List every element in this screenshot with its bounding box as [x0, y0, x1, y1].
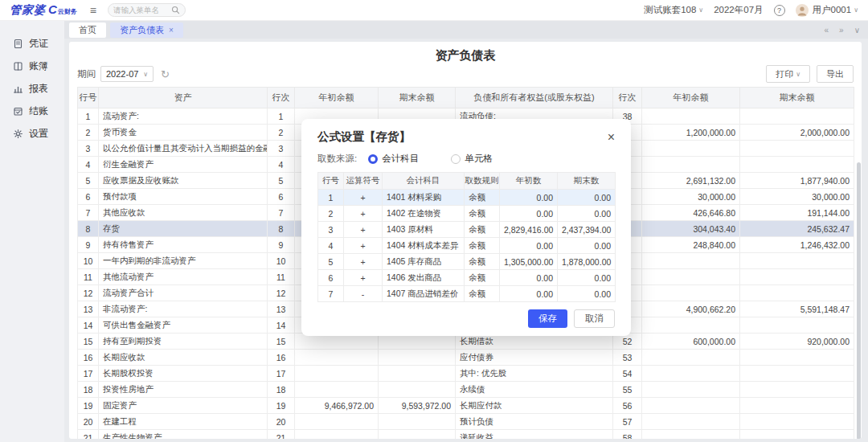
end-amount-cell: 2,437,394.00 — [558, 222, 616, 238]
period-select[interactable]: 2022-07 ∨ — [100, 66, 154, 82]
row-number-cell: 6 — [78, 189, 99, 205]
liability-line-cell: 55 — [613, 382, 642, 398]
tabs-dropdown-icon[interactable]: ∨ — [854, 26, 860, 35]
liability-begin-balance-cell: 30,000.00 — [642, 189, 740, 205]
col-asset-begin-balance: 年初余额 — [295, 88, 379, 108]
tab-balance-sheet[interactable]: 资产负债表 × — [110, 23, 183, 38]
sidebar-item-settings[interactable]: 设置 — [0, 122, 64, 145]
formula-row[interactable]: 4+1404 材料成本差异余额0.000.00 — [318, 238, 616, 254]
liability-end-balance-cell — [740, 317, 854, 334]
voucher-icon — [13, 39, 23, 49]
liability-end-balance-cell — [740, 430, 854, 440]
formula-row[interactable]: 5+1405 库存商品余额1,305,000.001,878,000.00 — [318, 254, 616, 270]
sidebar-item-reports[interactable]: 报表 — [0, 77, 64, 100]
row-number-cell: 3 — [318, 222, 344, 238]
sidebar-item-ledger[interactable]: 账簿 — [0, 55, 64, 77]
liability-name-cell: 应付债券 — [456, 350, 613, 366]
liability-line-cell: 53 — [613, 350, 642, 366]
radio-cell[interactable]: 单元格 — [451, 153, 493, 165]
asset-line-cell: 17 — [268, 366, 295, 382]
asset-line-cell: 7 — [268, 205, 295, 221]
balance-row[interactable]: 17长期股权投资17其中: 优先股54 — [78, 366, 854, 382]
asset-line-cell: 2 — [268, 125, 295, 141]
col-subject: 会计科目 — [383, 173, 465, 190]
balance-row[interactable]: 21生产性生物资产21递延收益58 — [78, 430, 854, 440]
rule-cell: 余额 — [465, 270, 500, 286]
sidebar-item-voucher[interactable]: 凭证 — [0, 32, 64, 55]
asset-begin-balance-cell — [295, 382, 379, 398]
account-set-dropdown[interactable]: 测试账套108 ∨ — [644, 4, 703, 16]
begin-amount-cell: 0.00 — [500, 206, 558, 222]
row-number-cell: 7 — [78, 205, 99, 221]
sidebar-item-label: 结账 — [29, 104, 48, 118]
vertical-scrollbar[interactable] — [857, 162, 861, 439]
balance-row[interactable]: 18投资性房地产18永续债55 — [78, 382, 854, 398]
balance-row[interactable]: 20在建工程20预计负债57 — [78, 414, 854, 430]
formula-row[interactable]: 3+1403 原材料余额2,829,416.002,437,394.00 — [318, 222, 616, 238]
balance-row[interactable]: 19固定资产199,466,972.009,593,972.00长期应付款56 — [78, 398, 854, 414]
row-number-cell: 17 — [78, 366, 99, 382]
sidebar-item-label: 凭证 — [29, 37, 48, 51]
liability-end-balance-cell: 1,877,940.00 — [740, 173, 854, 189]
help-icon[interactable]: ? — [774, 5, 785, 16]
asset-line-cell: 21 — [268, 430, 295, 440]
rule-cell: 余额 — [465, 222, 500, 238]
scroll-tabs-left-icon[interactable]: « — [825, 26, 829, 35]
row-number-cell: 2 — [318, 206, 344, 222]
asset-name-cell: 其他流动资产 — [99, 269, 268, 285]
search-input[interactable] — [113, 6, 171, 14]
asset-name-cell: 投资性房地产 — [99, 382, 268, 398]
asset-line-cell: 20 — [268, 414, 295, 430]
col-liability-end-balance: 期末余额 — [740, 88, 854, 108]
print-button[interactable]: 打印 ∨ — [766, 65, 810, 83]
close-icon[interactable]: × — [608, 131, 615, 144]
hamburger-menu-icon[interactable]: ≡ — [90, 4, 96, 17]
asset-line-cell: 14 — [268, 317, 295, 334]
report-toolbar: 期间 2022-07 ∨ ↻ 打印 ∨ 导出 — [69, 63, 862, 85]
row-number-cell: 5 — [78, 173, 99, 189]
end-amount-cell: 0.00 — [558, 190, 616, 206]
liability-begin-balance-cell — [642, 366, 740, 382]
asset-name-cell: 货币资金 — [99, 125, 268, 141]
row-number-cell: 21 — [78, 430, 99, 440]
user-menu[interactable]: 用户0001 ∨ — [796, 4, 858, 17]
report-chart-icon — [13, 84, 23, 94]
row-number-cell: 9 — [78, 237, 99, 253]
menu-search-box[interactable] — [108, 3, 186, 17]
tab-home[interactable]: 首页 — [69, 23, 106, 38]
close-icon[interactable]: × — [169, 26, 174, 35]
liability-end-balance-cell: 245,632.47 — [740, 221, 854, 237]
row-number-cell: 10 — [78, 253, 99, 269]
formula-row[interactable]: 7-1407 商品进销差价余额0.000.00 — [318, 286, 616, 302]
asset-line-cell: 18 — [268, 382, 295, 398]
liability-end-balance-cell — [740, 269, 854, 285]
formula-row[interactable]: 2+1402 在途物资余额0.000.00 — [318, 206, 616, 222]
rule-cell: 余额 — [465, 190, 500, 206]
scroll-tabs-right-icon[interactable]: » — [839, 26, 844, 35]
radio-accounting-subject[interactable]: 会计科目 — [368, 153, 419, 165]
liability-end-balance-cell — [740, 382, 854, 398]
refresh-icon[interactable]: ↻ — [161, 69, 170, 80]
closing-calendar-icon — [13, 106, 23, 117]
save-button[interactable]: 保存 — [528, 309, 567, 328]
row-number-cell: 2 — [78, 125, 99, 141]
liability-line-cell: 54 — [613, 366, 642, 382]
asset-name-cell: 非流动资产: — [99, 301, 268, 317]
asset-name-cell: 一年内到期的非流动资产 — [99, 253, 268, 269]
cancel-button[interactable]: 取消 — [574, 309, 615, 328]
sidebar-item-closing[interactable]: 结账 — [0, 100, 64, 122]
asset-line-cell: 5 — [268, 173, 295, 189]
liability-end-balance-cell: 5,591,148.47 — [740, 301, 854, 317]
formula-row[interactable]: 1+1401 材料采购余额0.000.00 — [318, 190, 616, 206]
liability-end-balance-cell: 30,000.00 — [740, 189, 854, 205]
formula-row[interactable]: 6+1406 发出商品余额0.000.00 — [318, 270, 616, 286]
balance-row[interactable]: 16长期应收款16应付债券53 — [78, 350, 854, 366]
asset-name-cell: 流动资产: — [99, 108, 268, 125]
asset-line-cell: 6 — [268, 189, 295, 205]
row-number-cell: 19 — [78, 398, 99, 414]
username-label: 用户0001 — [813, 4, 852, 16]
asset-name-cell: 可供出售金融资产 — [99, 317, 268, 334]
radio-label: 会计科目 — [382, 153, 419, 165]
row-number-cell: 12 — [78, 285, 99, 301]
export-button[interactable]: 导出 — [817, 65, 854, 83]
